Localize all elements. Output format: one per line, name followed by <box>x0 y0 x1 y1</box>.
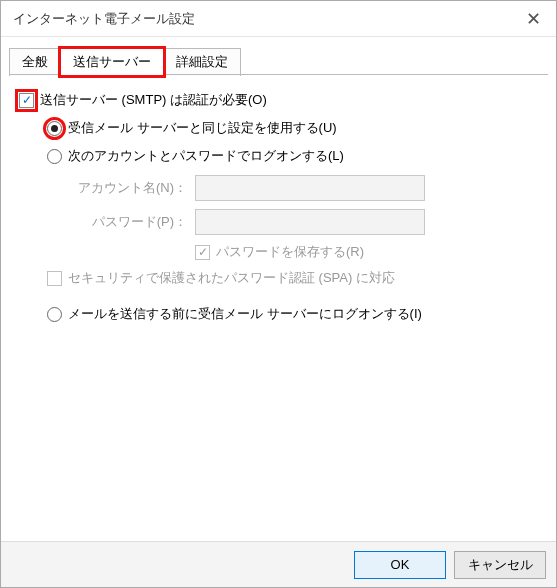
tab-general[interactable]: 全般 <box>9 48 61 76</box>
logon-with-radio[interactable] <box>47 149 62 164</box>
window-title: インターネット電子メール設定 <box>13 10 195 28</box>
use-same-settings-radio[interactable] <box>47 121 62 136</box>
spa-row: セキュリティで保護されたパスワード認証 (SPA) に対応 <box>47 269 538 287</box>
credentials-group: アカウント名(N)： パスワード(P)： パスワードを保存する(R) セキュリテ… <box>67 175 538 287</box>
ok-button[interactable]: OK <box>354 551 446 579</box>
cancel-button[interactable]: キャンセル <box>454 551 546 579</box>
spa-label[interactable]: セキュリティで保護されたパスワード認証 (SPA) に対応 <box>68 269 395 287</box>
remember-password-checkbox[interactable] <box>195 245 210 260</box>
logon-with-row: 次のアカウントとパスワードでログオンする(L) <box>47 147 538 165</box>
password-label: パスワード(P)： <box>67 213 187 231</box>
password-field[interactable] <box>195 209 425 235</box>
use-same-settings-row: 受信メール サーバーと同じ設定を使用する(U) <box>47 119 538 137</box>
logon-with-label[interactable]: 次のアカウントとパスワードでログオンする(L) <box>68 147 344 165</box>
logon-before-send-radio[interactable] <box>47 307 62 322</box>
dialog-footer: OK キャンセル <box>1 541 556 587</box>
remember-password-label[interactable]: パスワードを保存する(R) <box>216 243 364 261</box>
logon-before-send-row: メールを送信する前に受信メール サーバーにログオンする(I) <box>47 305 538 323</box>
account-name-field[interactable] <box>195 175 425 201</box>
remember-password-row: パスワードを保存する(R) <box>195 243 538 261</box>
outgoing-server-panel: 送信サーバー (SMTP) は認証が必要(O) 受信メール サーバーと同じ設定を… <box>1 75 556 343</box>
password-row: パスワード(P)： <box>67 209 538 235</box>
smtp-auth-row: 送信サーバー (SMTP) は認証が必要(O) <box>19 91 538 109</box>
tab-advanced[interactable]: 詳細設定 <box>163 48 241 76</box>
account-name-label: アカウント名(N)： <box>67 179 187 197</box>
account-name-row: アカウント名(N)： <box>67 175 538 201</box>
logon-before-send-label[interactable]: メールを送信する前に受信メール サーバーにログオンする(I) <box>68 305 422 323</box>
smtp-auth-label[interactable]: 送信サーバー (SMTP) は認証が必要(O) <box>40 91 267 109</box>
smtp-auth-checkbox[interactable] <box>19 93 34 108</box>
close-icon: ✕ <box>526 8 541 30</box>
close-button[interactable]: ✕ <box>510 1 556 37</box>
spa-checkbox[interactable] <box>47 271 62 286</box>
titlebar: インターネット電子メール設定 ✕ <box>1 1 556 37</box>
use-same-settings-label[interactable]: 受信メール サーバーと同じ設定を使用する(U) <box>68 119 337 137</box>
tabstrip: 全般 送信サーバー 詳細設定 <box>9 47 548 75</box>
tab-outgoing-server[interactable]: 送信サーバー <box>60 48 164 76</box>
